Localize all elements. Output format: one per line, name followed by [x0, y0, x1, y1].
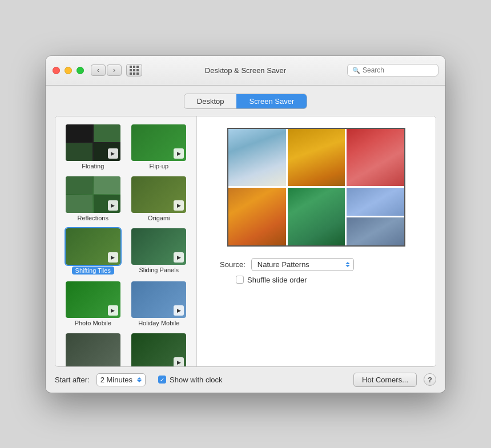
- saver-label-flipup: Flip-up: [149, 163, 168, 169]
- main-window: ‹ › Desktop & Screen Saver 🔍 Desktop Scr…: [46, 56, 445, 393]
- origami-badge: ▶: [174, 200, 184, 211]
- grid-view-button[interactable]: [126, 64, 142, 76]
- saver-item-shifting[interactable]: ▶ Shifting Tiles: [61, 226, 125, 277]
- source-value: Nature Patterns: [257, 260, 309, 269]
- nav-buttons: ‹ ›: [91, 64, 122, 76]
- reflections-badge: ▶: [108, 200, 118, 211]
- mosaic-cell-6-wrap: [347, 188, 404, 245]
- saver-item-photomobile[interactable]: ▶ Photo Mobile: [61, 279, 125, 329]
- mosaic-cell-3: [347, 129, 404, 187]
- floating-badge: ▶: [108, 148, 118, 159]
- saver-thumb-extra1: [66, 333, 120, 366]
- help-button[interactable]: ?: [424, 373, 436, 386]
- sliding-badge: ▶: [174, 252, 184, 263]
- saver-item-flipup[interactable]: ▶ Flip-up: [127, 122, 191, 172]
- mosaic-cell-5: [288, 188, 345, 245]
- mosaic-cell-6a: [347, 188, 404, 216]
- source-select[interactable]: Nature Patterns: [251, 258, 354, 271]
- saver-thumb-reflections: ▶: [66, 176, 120, 213]
- saver-list: ▶ Floating ▶ Flip-up ▶: [55, 116, 197, 366]
- saver-item-reflections[interactable]: ▶ Reflections: [61, 174, 125, 224]
- start-after-arrows-icon: [137, 377, 142, 382]
- preview-panel: Source: Nature Patterns Shuffle slide or…: [197, 116, 436, 366]
- saver-label-floating: Floating: [82, 163, 104, 169]
- traffic-lights: [53, 67, 84, 74]
- show-clock-row: ✓ Show with clock: [158, 376, 222, 384]
- bottom-bar: Start after: 2 Minutes ✓ Show with clock…: [46, 367, 445, 393]
- show-clock-checkbox[interactable]: ✓: [158, 376, 166, 384]
- saver-thumb-shifting: ▶: [66, 228, 120, 265]
- mosaic-cell-1: [228, 129, 286, 187]
- grid-icon: [130, 66, 139, 75]
- mosaic-cell-4: [228, 188, 286, 245]
- content-area: ▶ Floating ▶ Flip-up ▶: [55, 116, 436, 367]
- holidaymobile-badge: ▶: [174, 305, 184, 316]
- saver-item-extra1[interactable]: [61, 331, 125, 366]
- source-row: Source: Nature Patterns: [220, 258, 354, 271]
- saver-thumb-origami: ▶: [131, 176, 186, 213]
- source-label: Source:: [220, 260, 246, 269]
- saver-thumb-flipup: ▶: [131, 124, 186, 161]
- shifting-badge: ▶: [108, 252, 118, 263]
- mosaic-cell-2: [288, 129, 345, 187]
- window-title: Desktop & Screen Saver: [205, 66, 286, 75]
- search-input[interactable]: [363, 66, 433, 74]
- hot-corners-button[interactable]: Hot Corners...: [353, 373, 417, 387]
- saver-item-floating[interactable]: ▶ Floating: [61, 122, 125, 172]
- tab-screensaver[interactable]: Screen Saver: [236, 94, 307, 108]
- saver-label-origami: Origami: [148, 215, 170, 221]
- start-after-label: Start after:: [55, 376, 90, 384]
- photomobile-badge: ▶: [108, 305, 118, 316]
- back-button[interactable]: ‹: [91, 64, 106, 76]
- titlebar: ‹ › Desktop & Screen Saver 🔍: [46, 56, 445, 86]
- saver-thumb-floating: ▶: [66, 124, 120, 161]
- saver-label-reflections: Reflections: [78, 215, 108, 221]
- start-after-select[interactable]: 2 Minutes: [96, 373, 146, 386]
- saver-label-shifting: Shifting Tiles: [72, 267, 114, 275]
- forward-button[interactable]: ›: [107, 64, 122, 76]
- saver-thumb-extra2: ▶: [131, 333, 186, 366]
- start-after-value: 2 Minutes: [100, 376, 132, 384]
- saver-label-holidaymobile: Holiday Mobile: [138, 320, 179, 326]
- saver-label-sliding: Sliding Panels: [139, 267, 179, 273]
- extra2-badge: ▶: [174, 357, 184, 366]
- saver-thumb-photomobile: ▶: [66, 281, 120, 318]
- shuffle-checkbox[interactable]: [236, 276, 244, 284]
- saver-item-extra2[interactable]: ▶: [127, 331, 191, 366]
- search-bar[interactable]: 🔍: [347, 64, 438, 76]
- tab-group: Desktop Screen Saver: [184, 94, 307, 109]
- saver-label-photomobile: Photo Mobile: [75, 320, 111, 326]
- saver-item-sliding[interactable]: ▶ Sliding Panels: [127, 226, 191, 277]
- fullscreen-button[interactable]: [77, 67, 84, 74]
- select-arrows-icon: [345, 262, 350, 267]
- search-icon: 🔍: [352, 67, 360, 74]
- saver-thumb-sliding: ▶: [131, 228, 186, 265]
- saver-thumb-holidaymobile: ▶: [131, 281, 186, 318]
- mosaic-cell-6b: [347, 217, 404, 245]
- flipup-badge: ▶: [174, 148, 184, 159]
- show-clock-label: Show with clock: [170, 376, 222, 384]
- tab-desktop[interactable]: Desktop: [184, 94, 237, 108]
- shuffle-row: Shuffle slide order: [236, 276, 307, 284]
- preview-mosaic: [227, 128, 405, 247]
- close-button[interactable]: [53, 67, 60, 74]
- tabs-bar: Desktop Screen Saver: [46, 86, 445, 116]
- saver-item-holidaymobile[interactable]: ▶ Holiday Mobile: [127, 279, 191, 329]
- shuffle-label: Shuffle slide order: [247, 276, 307, 284]
- minimize-button[interactable]: [65, 67, 72, 74]
- saver-item-origami[interactable]: ▶ Origami: [127, 174, 191, 224]
